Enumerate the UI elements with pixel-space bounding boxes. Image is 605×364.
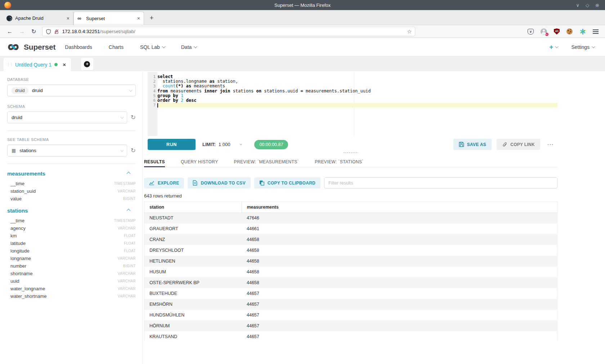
nav-dashboards[interactable]: Dashboards [65,44,92,50]
pane-splitter[interactable] [144,152,557,154]
column-item: __timeTIMESTAMP [7,217,136,224]
save-as-button[interactable]: SAVE AS [453,139,492,150]
insecure-lock-icon[interactable] [54,29,59,35]
splitter-dots-icon [343,152,358,153]
browser-toolbar: ← → ↻ 172.18.0.4:32251/superset/sqllab/ … [0,26,605,38]
refresh-schema-icon[interactable]: ↻ [131,114,136,120]
line-code: from measurements inner join stations on… [157,89,557,94]
elapsed-timer-badge: 00:00:00.87 [254,140,288,149]
browser-tab-apache-druid[interactable]: Apache Druid × [3,12,73,25]
query-tab-close-icon[interactable]: × [63,62,66,68]
url-bar[interactable]: 172.18.0.4:32251/superset/sqllab/ ☆ [42,27,415,36]
column-type: TIMESTAMP [114,182,136,186]
add-query-tab-button[interactable]: + [81,58,93,70]
schema-select[interactable]: druid [7,112,127,123]
results-tab[interactable]: PREVIEW: `MEASUREMENTS` [234,156,299,167]
superset-brand[interactable]: Superset [6,42,55,52]
bookmark-star-icon[interactable]: ☆ [407,28,412,35]
url-text[interactable]: 172.18.0.4:32251/superset/sqllab/ [62,29,404,34]
run-button[interactable]: RUN [148,139,196,150]
query-tab-strip: ⋮⋮ Untitled Query 1 × + [0,56,605,71]
tab-close-icon[interactable]: × [67,15,70,21]
explore-button[interactable]: EXPLORE [144,178,184,188]
table-value: stations [19,148,36,153]
new-tab-button[interactable]: + [146,13,157,23]
query-tab-title[interactable]: Untitled Query 1 [15,62,51,68]
cookie-extension-icon[interactable] [566,28,573,35]
window-minimize-icon[interactable]: ∨ [576,3,580,8]
column-name: latitude [10,241,26,246]
window-close-icon[interactable]: ⊗ [595,3,599,8]
floppy-save-icon [459,142,464,147]
column-header-measurements[interactable]: measurements [242,202,557,213]
limit-label: LIMIT: [202,142,216,147]
nav-charts[interactable]: Charts [109,44,124,50]
chevron-down-icon [555,45,559,48]
pocket-icon[interactable]: ∨ [528,29,534,35]
window-titlebar: Superset — Mozilla Firefox ∨ ◇ ⊗ [0,0,605,10]
editor-line[interactable]: 5group by 1 [148,94,557,98]
back-icon[interactable]: ← [4,28,16,35]
column-item: kmFLOAT [7,232,136,240]
chevron-down-icon [592,45,595,48]
schema-section-measurements: measurements__timeTIMESTAMPstation_uuidV… [7,170,136,203]
column-item: station_uuidVARCHAR [7,187,136,195]
table-row: HETLINGEN44658 [144,256,557,267]
filter-results-input[interactable] [324,177,557,188]
results-tab[interactable]: QUERY HISTORY [181,156,218,167]
table-cell: 44657 [242,310,557,320]
forward-icon: → [16,28,28,35]
query-tab-active[interactable]: ⋮⋮ Untitled Query 1 × [4,58,71,71]
column-item: agencyVARCHAR [7,224,136,232]
account-icon[interactable]: × [541,28,547,35]
copy-link-button[interactable]: COPY LINK [497,139,540,150]
table-row: KRAUTSAND44657 [144,331,557,341]
tab-close-icon[interactable]: × [137,15,140,21]
line-code [157,103,557,108]
window-maximize-icon[interactable]: ◇ [586,3,589,8]
column-name: value [10,196,22,201]
menu-hamburger-icon[interactable] [593,29,599,34]
add-new-button[interactable]: + [549,43,557,51]
column-type: BIGINT [123,197,136,201]
sqllab-main: 1select2 stations.longname as station,3 … [144,71,557,364]
extension-sparkle-icon[interactable] [579,28,586,35]
sql-editor[interactable]: 1select2 stations.longname as station,3 … [148,72,557,136]
results-tab[interactable]: PREVIEW: `STATIONS` [315,156,364,167]
copy-clipboard-button[interactable]: COPY TO CLIPBOARD [254,177,321,188]
drag-handle-icon[interactable]: ⋮⋮ [6,62,12,67]
column-name: longname [10,256,31,261]
chevron-up-icon[interactable] [126,172,130,176]
settings-menu[interactable]: Settings [571,44,594,50]
tracking-shield-icon[interactable] [46,29,51,35]
limit-dropdown[interactable]: LIMIT: 1 000 [202,142,241,147]
editor-line[interactable]: 4from measurements inner join stations o… [148,89,557,94]
results-table-wrap: station measurements NEUSTADT47646GRAUER… [144,201,557,341]
table-cell: 44658 [242,234,557,245]
database-select[interactable]: druid druid [7,85,136,96]
chevron-up-icon[interactable] [126,209,130,213]
browser-tab-superset[interactable]: ∞ Superset × [73,12,144,25]
refresh-table-icon[interactable]: ↻ [131,147,136,154]
column-type: BIGINT [123,264,136,268]
table-row: DREYSCHLOOT44658 [144,245,557,256]
table-section-title[interactable]: stations [7,208,28,214]
reload-icon[interactable]: ↻ [28,28,39,35]
chevron-down-icon [240,143,242,145]
more-options-icon[interactable]: ··· [545,141,556,147]
table-section-title[interactable]: measurements [7,170,45,177]
table-select[interactable]: ▦ stations [7,145,127,156]
nav-data[interactable]: Data [181,44,197,50]
results-tab[interactable]: RESULTS [144,156,165,167]
editor-line[interactable]: 6order by 2 desc [148,98,557,103]
editor-line[interactable]: 7 [148,103,557,108]
nav-sql-lab[interactable]: SQL Lab [140,44,165,50]
clipboard-icon [259,180,264,186]
column-type: VARCHAR [118,226,136,230]
sqllab-sidebar: DATABASE druid druid SCHEMA druid ↻ SEE … [0,71,143,364]
line-number: 4 [148,89,157,94]
download-csv-button[interactable]: DOWNLOAD TO CSV [188,177,250,188]
ublock-icon[interactable]: UO [554,28,560,35]
line-number: 2 [148,79,157,84]
column-header-station[interactable]: station [144,202,242,213]
